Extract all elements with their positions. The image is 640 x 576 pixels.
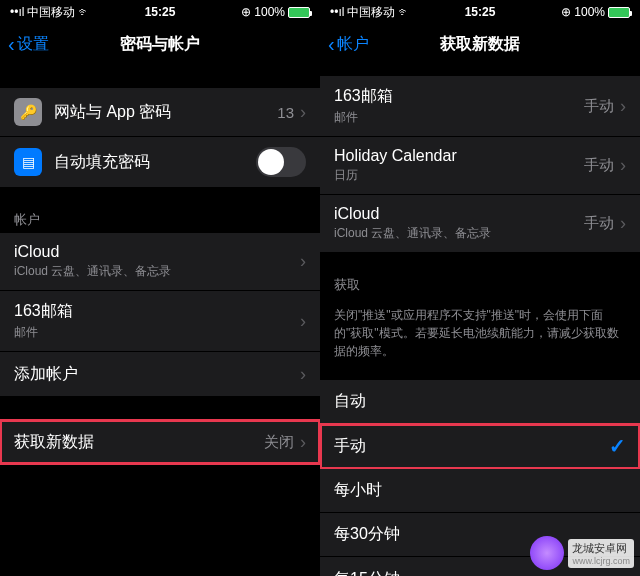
chevron-right-icon: › (300, 311, 306, 332)
chevron-right-icon: › (620, 155, 626, 176)
signal-icon (10, 5, 24, 19)
fetch-footer: 关闭"推送"或应用程序不支持"推送"时，会使用下面的"获取"模式。若要延长电池续… (320, 298, 640, 368)
row-163[interactable]: 163邮箱邮件 › (0, 291, 320, 352)
opt-15min-label: 每15分钟 (334, 569, 400, 577)
opt-hourly-label: 每小时 (334, 480, 382, 501)
holiday-val: 手动 (584, 156, 614, 175)
chevron-right-icon: › (300, 251, 306, 272)
autofill-toggle[interactable] (256, 147, 306, 177)
phone-left: 中国移动ᯤ 15:25 ⊕100% ‹设置 密码与帐户 🔑 网站与 App 密码… (0, 0, 320, 576)
back-label: 帐户 (337, 34, 369, 55)
row-autofill[interactable]: ▤ 自动填充密码 (0, 137, 320, 187)
back-label: 设置 (17, 34, 49, 55)
row-acc-icloud[interactable]: iCloudiCloud 云盘、通讯录、备忘录 手动› (320, 195, 640, 252)
page-title: 获取新数据 (440, 34, 520, 55)
fetch-header: 获取 (320, 272, 640, 298)
opt-auto[interactable]: 自动 (320, 380, 640, 424)
acc163-sub: 邮件 (334, 109, 584, 126)
chevron-right-icon: › (300, 432, 306, 453)
battery-pct: 100% (254, 5, 285, 19)
chevron-left-icon: ‹ (328, 33, 335, 56)
signal-icon (330, 5, 344, 19)
battery-pct: 100% (574, 5, 605, 19)
chevron-right-icon: › (620, 96, 626, 117)
status-bar: 中国移动ᯤ 15:25 ⊕100% (320, 0, 640, 24)
chevron-right-icon: › (300, 364, 306, 385)
ricloud-title: iCloud (334, 205, 584, 223)
opt-30min-label: 每30分钟 (334, 524, 400, 545)
chevron-right-icon: › (620, 213, 626, 234)
passwords-label: 网站与 App 密码 (54, 102, 277, 123)
back-button[interactable]: ‹设置 (8, 33, 49, 56)
icloud-title: iCloud (14, 243, 300, 261)
watermark-url: www.lcjrg.com (572, 556, 630, 566)
add-account-label: 添加帐户 (14, 364, 300, 385)
carrier: 中国移动 (27, 4, 75, 21)
clock: 15:25 (465, 5, 496, 19)
autofill-label: 自动填充密码 (54, 152, 256, 173)
charging-icon: ⊕ (241, 5, 251, 19)
navbar: ‹设置 密码与帐户 (0, 24, 320, 64)
opt-manual-label: 手动 (334, 436, 609, 457)
back-button[interactable]: ‹帐户 (328, 33, 369, 56)
charging-icon: ⊕ (561, 5, 571, 19)
fetch-label: 获取新数据 (14, 432, 264, 453)
carrier: 中国移动 (347, 4, 395, 21)
row-acc-holiday[interactable]: Holiday Calendar日历 手动› (320, 137, 640, 195)
watermark: 龙城安卓网www.lcjrg.com (530, 536, 634, 570)
ricloud-sub: iCloud 云盘、通讯录、备忘录 (334, 225, 584, 242)
battery-icon (288, 7, 310, 18)
row-add-account[interactable]: 添加帐户 › (0, 352, 320, 396)
row-passwords[interactable]: 🔑 网站与 App 密码 13 › (0, 88, 320, 137)
checkmark-icon: ✓ (609, 434, 626, 458)
opt-hourly[interactable]: 每小时 (320, 469, 640, 513)
fetch-value: 关闭 (264, 433, 294, 452)
watermark-name: 龙城安卓网 (572, 541, 630, 556)
key-icon: 🔑 (14, 98, 42, 126)
opt-manual[interactable]: 手动✓ (320, 424, 640, 469)
passwords-count: 13 (277, 104, 294, 121)
chevron-right-icon: › (300, 102, 306, 123)
mail163-sub: 邮件 (14, 324, 300, 341)
wifi-icon: ᯤ (78, 5, 90, 19)
navbar: ‹帐户 获取新数据 (320, 24, 640, 64)
phone-right: 中国移动ᯤ 15:25 ⊕100% ‹帐户 获取新数据 163邮箱邮件 手动› … (320, 0, 640, 576)
mail163-title: 163邮箱 (14, 301, 300, 322)
page-title: 密码与帐户 (120, 34, 200, 55)
chevron-left-icon: ‹ (8, 33, 15, 56)
row-fetch-new-data[interactable]: 获取新数据 关闭 › (0, 420, 320, 464)
holiday-sub: 日历 (334, 167, 584, 184)
acc163-title: 163邮箱 (334, 86, 584, 107)
status-bar: 中国移动ᯤ 15:25 ⊕100% (0, 0, 320, 24)
ricloud-val: 手动 (584, 214, 614, 233)
acc163-val: 手动 (584, 97, 614, 116)
holiday-title: Holiday Calendar (334, 147, 584, 165)
icloud-sub: iCloud 云盘、通讯录、备忘录 (14, 263, 300, 280)
row-acc-163[interactable]: 163邮箱邮件 手动› (320, 76, 640, 137)
clock: 15:25 (145, 5, 176, 19)
autofill-icon: ▤ (14, 148, 42, 176)
opt-auto-label: 自动 (334, 391, 366, 412)
row-icloud[interactable]: iCloudiCloud 云盘、通讯录、备忘录 › (0, 233, 320, 291)
watermark-logo-icon (530, 536, 564, 570)
accounts-header: 帐户 (0, 207, 320, 233)
battery-icon (608, 7, 630, 18)
wifi-icon: ᯤ (398, 5, 410, 19)
